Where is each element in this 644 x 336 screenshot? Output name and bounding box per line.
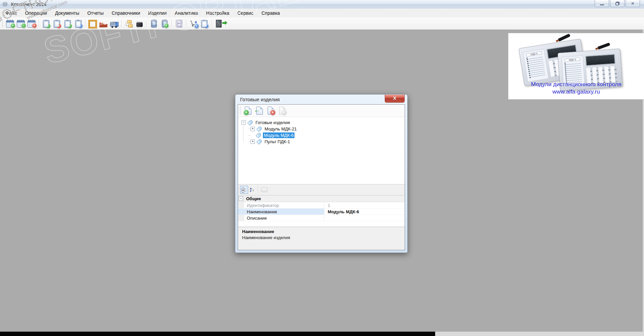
clipboard-add-icon: +	[43, 20, 49, 28]
menu-help[interactable]: Справка	[258, 9, 284, 17]
help-button[interactable]: ?	[199, 18, 210, 29]
toolbar-separator	[172, 19, 172, 27]
tree-root-label[interactable]: Готовые изделия	[255, 120, 291, 125]
property-name: Идентификатор	[244, 202, 324, 208]
chip-button[interactable]	[134, 18, 145, 29]
property-value[interactable]: Модуль МДК-6	[324, 209, 405, 215]
category-label: Общие	[244, 195, 261, 202]
products-tree: − Готовые изделия + Модуль МДК-21	[238, 117, 405, 184]
categorized-view-button[interactable]	[240, 186, 248, 194]
tag-icon	[247, 119, 254, 125]
folders-tree-icon	[125, 20, 132, 27]
property-value[interactable]	[324, 215, 405, 221]
tree-item-label[interactable]: Модуль МДК-21	[264, 126, 298, 132]
left-arrow-badge: ←	[254, 107, 260, 114]
minimize-button[interactable]	[595, 0, 609, 7]
clipboard-accept-button[interactable]: ✓	[62, 18, 73, 29]
tree-stub-line	[248, 135, 250, 135]
menu-settings[interactable]: Настройка	[202, 9, 233, 17]
device-icon	[151, 20, 157, 27]
exit-door-icon	[216, 20, 222, 27]
collapse-box-icon[interactable]: −	[239, 197, 243, 201]
row-gutter	[238, 202, 244, 208]
property-row-name[interactable]: Наименование Модуль МДК-6	[238, 209, 405, 215]
menu-analytics[interactable]: Аналитика	[171, 9, 202, 17]
menu-reports[interactable]: Отчеты	[83, 9, 107, 17]
antenna-icon	[597, 43, 610, 50]
card-file-button[interactable]	[174, 18, 184, 29]
product-banner: МДК-4 МДК-4 Модули дистанционного контро…	[508, 33, 644, 100]
property-row-description[interactable]: Описание	[238, 215, 405, 221]
calendar-run-icon: →	[17, 20, 25, 27]
expand-box-icon[interactable]: +	[250, 127, 255, 131]
move-item-button[interactable]: ←	[254, 105, 265, 116]
help-description: Наименование изделия	[242, 235, 401, 240]
question-badge: ?	[204, 23, 209, 29]
property-row-identifier[interactable]: Идентификатор 1	[238, 202, 405, 209]
menu-products[interactable]: Изделия	[144, 9, 171, 17]
exit-button[interactable]	[213, 18, 224, 29]
menu-operations[interactable]: Операции	[21, 9, 51, 17]
document-apply-icon: ✓	[279, 107, 286, 115]
categorized-icon	[241, 187, 247, 192]
clipboard-add-button[interactable]: +	[41, 18, 51, 29]
tree-root-row[interactable]: − Готовые изделия	[241, 119, 405, 126]
property-grid-toolbar: AZ ↓	[238, 184, 405, 195]
folders-tree-button[interactable]	[123, 18, 134, 29]
alphabetical-sort-button[interactable]: AZ ↓	[249, 186, 255, 193]
property-pages-button[interactable]	[260, 186, 268, 193]
calendar-add-button[interactable]: +	[5, 18, 15, 29]
ball-badge	[78, 23, 83, 29]
tag-icon	[256, 126, 263, 132]
menu-documents[interactable]: Документы	[51, 9, 83, 17]
clipboard-remove-button[interactable]: −	[51, 18, 62, 29]
tree-connector-line	[243, 126, 243, 142]
dialog-close-button[interactable]: X	[385, 95, 405, 103]
window-title: Компонент 2014	[11, 2, 47, 7]
menu-service[interactable]: Сервис	[233, 9, 258, 17]
card-file-icon	[176, 20, 182, 27]
device-button[interactable]	[148, 18, 159, 29]
dialog-toolbar: + ← × ✓	[238, 105, 405, 117]
expand-box-icon[interactable]: +	[250, 139, 255, 144]
property-name: Описание	[244, 215, 324, 221]
property-help-pane: Наименование Наименование изделия	[238, 227, 405, 250]
minimize-icon	[600, 4, 604, 5]
e-catalog-button[interactable]: e i	[188, 18, 199, 29]
tree-item-label[interactable]: Модуль МДК-6	[263, 132, 294, 138]
document-arrow-icon: ←	[256, 107, 263, 115]
apply-item-button[interactable]: ✓	[277, 105, 288, 116]
application-window: Компонент 2014 × Файл Операции Документы…	[0, 0, 644, 336]
delete-item-button[interactable]: ×	[265, 105, 277, 116]
property-grid: − Общие Идентификатор 1 Наименование Мод…	[238, 195, 405, 221]
factory-icon	[99, 22, 107, 27]
restore-button[interactable]	[610, 0, 625, 7]
calendar-run-button[interactable]: →	[15, 18, 26, 29]
close-button[interactable]: ×	[626, 0, 640, 7]
collapse-box-icon[interactable]: −	[241, 120, 246, 125]
menu-file[interactable]: Файл	[1, 9, 21, 17]
tag-icon	[256, 132, 262, 138]
frame-template-button[interactable]	[87, 18, 98, 29]
property-category-row[interactable]: − Общие	[238, 195, 405, 202]
clipboard-info-button[interactable]	[73, 18, 84, 29]
factory-button[interactable]	[98, 18, 109, 29]
add-item-button[interactable]: +	[242, 105, 254, 116]
property-value: 1	[324, 202, 405, 208]
tree-stub-line	[248, 129, 250, 129]
check-badge: ✓	[281, 110, 287, 115]
calendar-delete-button[interactable]: ×	[26, 18, 37, 29]
clipboard-remove-icon: −	[54, 20, 60, 28]
truck-button[interactable]	[109, 18, 120, 29]
device-add-button[interactable]: +	[159, 18, 170, 29]
tree-item-label[interactable]: Пульт ПДК-1	[264, 139, 291, 145]
tree-item-pdk1[interactable]: + Пульт ПДК-1	[241, 138, 405, 145]
finished-products-dialog: Готовые изделия X + ← × ✓ − Готовые изде…	[235, 94, 408, 253]
menu-bar: Файл Операции Документы Отчеты Справочни…	[0, 9, 644, 17]
property-pages-icon	[261, 187, 267, 192]
tree-item-mdk6-selected[interactable]: Модуль МДК-6	[241, 132, 405, 138]
tree-item-mdk21[interactable]: + Модуль МДК-21	[241, 126, 405, 132]
menu-references[interactable]: Справочники	[108, 9, 144, 17]
toolbar-grip	[2, 19, 3, 27]
document-delete-icon: ×	[268, 107, 274, 115]
